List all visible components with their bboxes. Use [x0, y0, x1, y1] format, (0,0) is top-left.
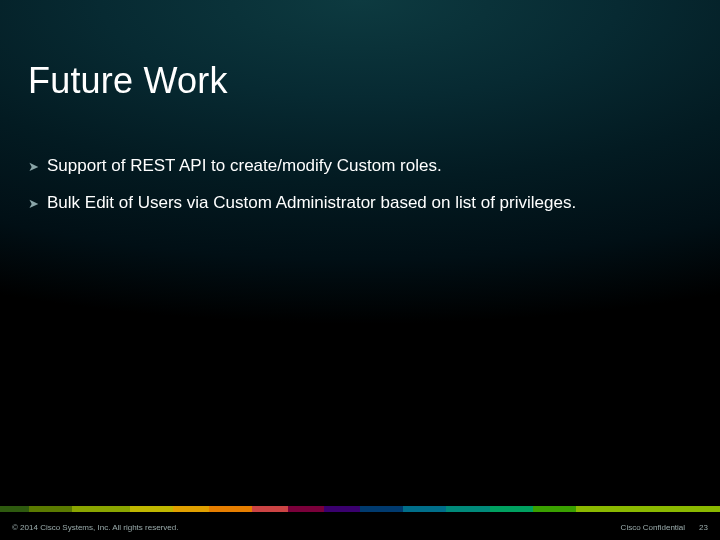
list-item: ➤ Bulk Edit of Users via Custom Administ…: [28, 192, 692, 215]
slide-title: Future Work: [28, 60, 228, 102]
list-item: ➤ Support of REST API to create/modify C…: [28, 155, 692, 178]
chevron-right-icon: ➤: [28, 195, 39, 213]
footer-copyright: © 2014 Cisco Systems, Inc. All rights re…: [12, 523, 178, 532]
footer-right: Cisco Confidential 23: [621, 523, 708, 532]
bullet-list: ➤ Support of REST API to create/modify C…: [28, 155, 692, 229]
bullet-text: Support of REST API to create/modify Cus…: [47, 155, 442, 178]
chevron-right-icon: ➤: [28, 158, 39, 176]
page-number: 23: [699, 523, 708, 532]
slide: Future Work ➤ Support of REST API to cre…: [0, 0, 720, 540]
footer: © 2014 Cisco Systems, Inc. All rights re…: [0, 514, 720, 540]
footer-confidential: Cisco Confidential: [621, 523, 685, 532]
accent-color-bar: [0, 506, 720, 512]
bullet-text: Bulk Edit of Users via Custom Administra…: [47, 192, 576, 215]
